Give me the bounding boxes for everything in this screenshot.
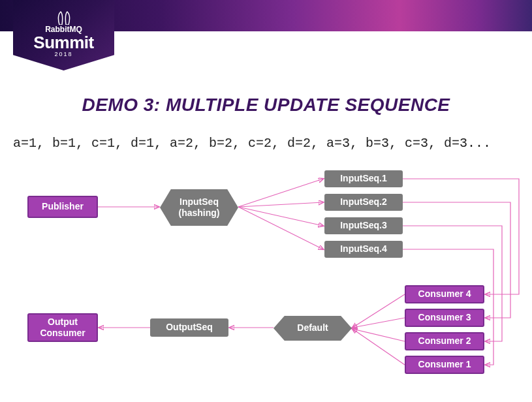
- svg-line-4: [238, 207, 323, 249]
- node-inputseq-3: InputSeq.3: [324, 217, 403, 234]
- node-inputseq-hashing: InputSeq (hashing): [160, 189, 238, 226]
- logo-badge: RabbitMQ Summit 2018: [13, 0, 114, 70]
- slide-title: DEMO 3: MULTIPLE UPDATE SEQUENCE: [0, 95, 532, 116]
- svg-line-2: [238, 202, 323, 207]
- svg-line-6: [352, 318, 405, 328]
- logo-year-text: 2018: [13, 51, 114, 57]
- node-outputseq: OutputSeq: [150, 318, 228, 337]
- node-consumer-2: Consumer 2: [405, 332, 484, 350]
- node-consumer-1: Consumer 1: [405, 356, 484, 374]
- rabbit-ears-icon: [54, 10, 74, 25]
- svg-line-5: [352, 294, 405, 328]
- node-inputseq-1: InputSeq.1: [324, 170, 403, 187]
- node-output-consumer: Output Consumer: [27, 313, 98, 342]
- node-default: Default: [274, 316, 352, 341]
- node-publisher: Publisher: [27, 196, 98, 218]
- node-consumer-3: Consumer 3: [405, 309, 484, 327]
- svg-line-7: [352, 329, 405, 341]
- node-inputseq-2: InputSeq.2: [324, 194, 403, 211]
- node-consumer-4: Consumer 4: [405, 285, 484, 303]
- logo-summit-text: Summit: [13, 33, 114, 53]
- svg-line-1: [238, 179, 323, 207]
- svg-line-8: [352, 329, 405, 365]
- sequence-text: a=1, b=1, c=1, d=1, a=2, b=2, c=2, d=2, …: [13, 136, 519, 151]
- svg-line-3: [238, 207, 323, 226]
- node-inputseq-4: InputSeq.4: [324, 241, 403, 258]
